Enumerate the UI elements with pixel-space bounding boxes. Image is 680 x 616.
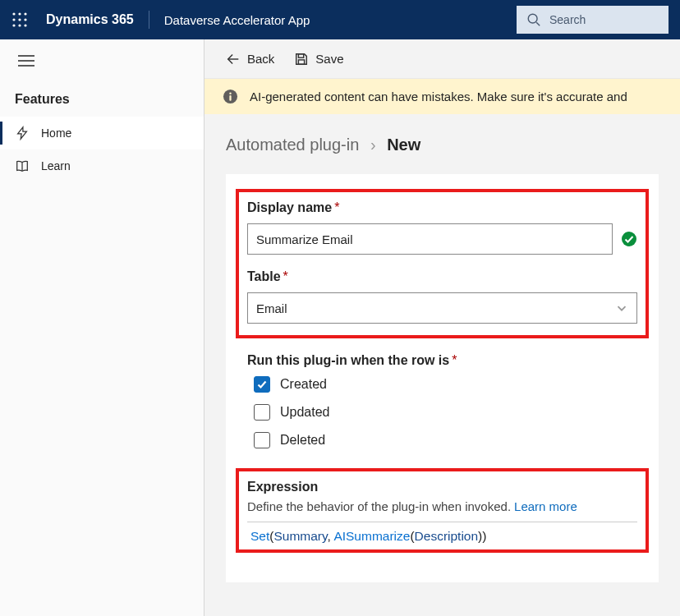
sidebar-item-label: Learn — [41, 159, 71, 172]
table-select[interactable] — [247, 292, 637, 324]
expression-heading: Expression — [247, 480, 637, 494]
svg-point-9 — [528, 14, 537, 23]
checkbox-icon — [254, 376, 270, 393]
chevron-right-icon: › — [370, 136, 376, 154]
sidebar-item-label: Home — [41, 126, 71, 140]
trigger-updated-checkbox[interactable]: Updated — [247, 404, 637, 421]
learn-more-link[interactable]: Learn more — [514, 499, 577, 513]
expression-editor[interactable]: Set(Summary, AISummarize(Description)) — [247, 522, 637, 545]
table-label: Table* — [247, 269, 637, 284]
expression-subtext: Define the behavior of the plug-in when … — [247, 499, 637, 513]
svg-point-19 — [229, 92, 231, 94]
sidebar: Features Home Learn — [0, 39, 204, 616]
save-button[interactable]: Save — [294, 52, 343, 67]
book-icon — [15, 159, 30, 173]
svg-point-5 — [24, 18, 26, 21]
breadcrumb-parent[interactable]: Automated plug-in — [226, 136, 359, 154]
svg-point-1 — [18, 12, 21, 15]
search-icon — [526, 12, 541, 27]
sidebar-item-home[interactable]: Home — [0, 117, 204, 149]
app-name-label: Dataverse Accelerator App — [164, 13, 310, 27]
sidebar-item-learn[interactable]: Learn — [0, 149, 204, 182]
breadcrumb: Automated plug-in › New — [226, 136, 659, 154]
svg-rect-16 — [299, 53, 304, 57]
svg-point-2 — [24, 12, 26, 15]
trigger-section: Run this plug-in when the row is* Create… — [236, 353, 649, 448]
trigger-deleted-checkbox[interactable]: Deleted — [247, 432, 637, 448]
form-card: Display name* Table* — [226, 174, 659, 582]
breadcrumb-current: New — [387, 136, 420, 154]
svg-rect-20 — [229, 95, 231, 101]
trigger-created-checkbox[interactable]: Created — [247, 376, 637, 393]
nav-divider — [149, 11, 149, 29]
checkbox-icon — [254, 432, 270, 448]
svg-line-10 — [536, 22, 540, 25]
save-icon — [294, 52, 309, 67]
search-box[interactable]: Search — [517, 6, 669, 34]
info-icon — [223, 89, 238, 104]
svg-point-6 — [12, 24, 15, 26]
display-name-input[interactable] — [247, 223, 613, 255]
svg-point-3 — [12, 18, 15, 21]
svg-rect-17 — [299, 59, 305, 63]
checkbox-icon — [254, 404, 270, 421]
svg-point-8 — [24, 24, 26, 26]
command-bar: Back Save — [204, 39, 680, 79]
warning-text: AI-generated content can have mistakes. … — [250, 90, 627, 103]
trigger-label: Run this plug-in when the row is* — [247, 353, 637, 368]
collapse-sidebar-button[interactable] — [0, 39, 204, 80]
brand-label[interactable]: Dynamics 365 — [46, 12, 134, 27]
name-table-highlight: Display name* Table* — [236, 189, 649, 338]
lightning-icon — [15, 126, 30, 140]
back-button[interactable]: Back — [226, 52, 274, 67]
app-launcher-icon[interactable] — [11, 11, 28, 28]
valid-check-icon — [621, 231, 637, 247]
ai-warning-banner: AI-generated content can have mistakes. … — [204, 79, 680, 114]
search-placeholder: Search — [549, 13, 586, 26]
svg-point-0 — [12, 12, 15, 15]
top-nav: Dynamics 365 Dataverse Accelerator App S… — [0, 0, 680, 39]
back-arrow-icon — [226, 52, 241, 67]
display-name-label: Display name* — [247, 200, 637, 215]
svg-point-7 — [18, 24, 21, 26]
svg-point-4 — [18, 18, 21, 21]
sidebar-heading: Features — [0, 80, 204, 117]
svg-point-21 — [622, 232, 636, 246]
expression-highlight: Expression Define the behavior of the pl… — [236, 468, 649, 553]
